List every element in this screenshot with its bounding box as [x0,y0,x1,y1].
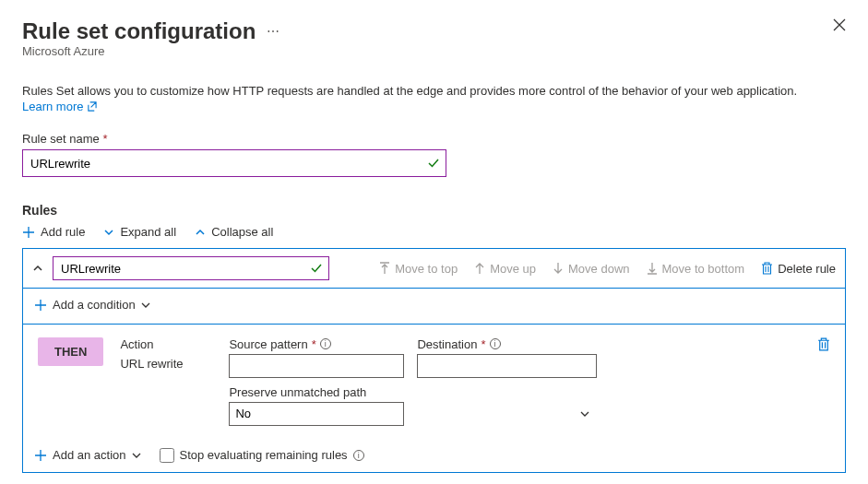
rule-container: Move to top Move up Move down Move to bo… [22,248,846,473]
move-to-bottom-button[interactable]: Move to bottom [647,262,745,276]
page-title: Rule set configuration [22,18,256,44]
add-action-button[interactable]: Add an action [34,448,141,462]
ruleset-name-label: Rule set name * [22,132,846,146]
ruleset-name-input[interactable] [22,149,446,177]
collapse-all-button[interactable]: Collapse all [195,225,273,239]
more-options-icon[interactable]: ⋯ [267,24,279,39]
collapse-rule-button[interactable] [32,263,43,274]
page-subtitle: Microsoft Azure [22,44,279,58]
add-rule-button[interactable]: Add rule [22,225,85,239]
destination-label: Destination * i [417,337,597,351]
arrow-up-icon [474,262,485,275]
plus-icon [34,299,47,312]
action-label: Action [120,337,212,351]
move-down-button[interactable]: Move down [553,262,629,276]
action-value: URL rewrite [120,357,212,371]
info-icon[interactable]: i [490,338,501,349]
stop-evaluating-checkbox-row[interactable]: Stop evaluating remaining rules i [160,448,364,463]
chevron-up-icon [195,227,206,238]
stop-evaluating-label: Stop evaluating remaining rules [180,448,348,462]
stop-evaluating-checkbox[interactable] [160,448,174,463]
source-pattern-label: Source pattern * i [229,337,404,351]
info-icon[interactable]: i [320,338,331,349]
move-to-top-button[interactable]: Move to top [379,262,458,276]
delete-rule-button[interactable]: Delete rule [761,262,836,276]
chevron-down-icon [580,409,589,419]
preserve-path-select[interactable]: No [229,402,404,426]
description-text: Rules Set allows you to customize how HT… [22,84,846,98]
move-up-button[interactable]: Move up [474,262,536,276]
add-condition-button[interactable]: Add a condition [34,298,150,312]
expand-all-button[interactable]: Expand all [103,225,176,239]
then-badge: THEN [38,337,103,366]
close-icon [833,18,846,31]
chevron-up-icon [32,263,43,274]
learn-more-link[interactable]: Learn more [22,100,97,113]
external-link-icon [87,101,97,112]
source-pattern-input[interactable] [229,354,404,378]
rules-section-title: Rules [22,203,846,218]
close-button[interactable] [833,18,846,31]
delete-action-button[interactable] [817,337,830,351]
arrow-bottom-icon [647,262,658,275]
destination-input[interactable] [417,354,597,378]
chevron-down-icon [141,301,150,310]
rule-name-input[interactable] [53,256,329,280]
chevron-down-icon [132,451,141,460]
preserve-path-label: Preserve unmatched path [229,385,597,399]
plus-icon [22,226,35,239]
plus-icon [34,449,47,462]
trash-icon [761,262,773,275]
arrow-down-icon [553,262,564,275]
arrow-top-icon [379,262,390,275]
chevron-down-icon [103,227,114,238]
info-icon[interactable]: i [353,450,364,461]
trash-icon [817,337,830,351]
